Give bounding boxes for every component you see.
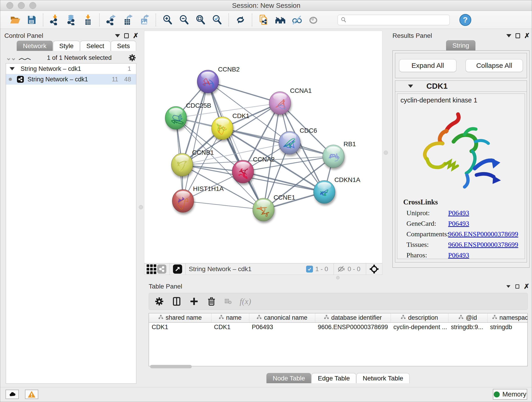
zoom-fit-button[interactable] [194,13,207,26]
network-collection-row[interactable]: String Network – cdk1 1 [6,64,136,74]
search-input[interactable] [347,16,443,23]
tab-select[interactable]: Select [80,41,110,51]
string-home-button[interactable] [274,13,287,26]
close-panel-icon[interactable]: ✗ [133,33,139,38]
network-row[interactable]: String Network – cdk1 11 48 [6,74,136,85]
network-edge[interactable] [183,201,264,210]
table-cell[interactable]: stringdb:9... [448,322,487,332]
gene-section-header[interactable]: CDK1 [395,81,527,92]
float-panel-icon[interactable] [515,284,519,289]
table-cell[interactable]: cyclin-dependent ... [391,322,448,332]
table-cell[interactable]: P06493 [249,322,315,332]
table-cell[interactable]: 9606.ENSP00000378699 [315,322,391,332]
hide-selected-button[interactable] [290,13,303,26]
export-image-button[interactable] [138,13,151,26]
float-panel-icon[interactable] [124,33,129,38]
network-node-CDKN1A[interactable] [314,181,335,204]
collapse-all-networks-icon[interactable]: ⌄⌄ [6,54,15,61]
export-network-button[interactable] [105,13,118,26]
column-header-label[interactable]: canonical name [264,314,307,321]
bottom-splitter-handle[interactable] [336,276,340,279]
network-edge[interactable] [208,82,280,103]
float-panel-icon[interactable] [515,33,520,38]
import-network-from-database-button[interactable] [65,13,78,26]
network-node-CDC25B[interactable] [165,106,187,129]
column-header-label[interactable]: description [408,314,438,321]
zoom-in-button[interactable] [161,13,174,26]
node-table[interactable]: shared namenamecanonical namedatabase id… [149,313,528,366]
column-header-database-identifier[interactable]: database identifier [315,313,391,322]
close-window-icon[interactable] [6,2,13,9]
minimize-window-icon[interactable] [18,2,25,9]
close-panel-icon[interactable]: ✗ [524,33,530,38]
column-header-canonical-name[interactable]: canonical name [249,313,315,322]
table-row[interactable]: CDK1CDK1P064939606.ENSP00000378699cyclin… [149,322,528,332]
export-table-button[interactable] [121,13,134,26]
show-grid-button[interactable] [146,263,157,275]
title-bar[interactable]: Session: New Session [0,0,532,11]
network-node-CCNB1[interactable] [171,153,193,176]
column-header-namespace[interactable]: namespace [487,313,528,322]
expand-all-button[interactable]: Expand All [399,59,456,72]
warnings-button[interactable] [25,390,38,399]
table-cell[interactable]: CDK1 [149,322,211,332]
refresh-layout-button[interactable] [234,13,247,26]
memory-button[interactable]: Memory [493,389,527,400]
column-header-shared-name[interactable]: shared name [149,313,211,322]
network-node-CDC6[interactable] [279,131,300,154]
tab-node-table[interactable]: Node Table [266,373,311,383]
column-header-label[interactable]: name [226,314,242,321]
search-field[interactable] [337,15,450,25]
import-table-button[interactable] [81,13,94,26]
horizontal-scrollbar-thumb[interactable] [150,365,192,368]
expand-all-networks-icon[interactable]: ︿︿ [19,54,31,61]
column-header-name[interactable]: name [211,313,249,322]
left-splitter-handle[interactable] [139,205,143,209]
cloud-status-button[interactable] [6,390,19,399]
panel-menu-icon[interactable] [506,34,511,37]
delete-trash-icon[interactable] [207,297,216,306]
network-node-CCNE1[interactable] [253,198,274,221]
crosslink-link[interactable]: 9606.ENSP00000378699 [448,230,518,238]
tab-network-table[interactable]: Network Table [356,373,409,383]
column-header-description[interactable]: description [391,313,448,322]
table-settings-gear-icon[interactable] [154,297,164,306]
crosslink-link[interactable]: P06493 [448,209,469,217]
network-node-RB1[interactable] [323,145,344,168]
import-network-button[interactable] [48,13,61,26]
save-session-button[interactable] [25,13,38,26]
tab-network[interactable]: Network [17,41,53,51]
gene-expander-icon[interactable] [408,85,413,88]
network-node-CCNB2[interactable] [197,70,219,93]
column-header-@id[interactable]: @id [448,313,487,322]
selected-checkbox-icon[interactable] [306,266,313,273]
crosslink-link[interactable]: P06493 [448,220,469,227]
zoom-selected-button[interactable] [210,13,223,26]
tab-style[interactable]: Style [53,41,80,51]
fit-selected-crosshair-icon[interactable] [369,264,379,274]
insert-column-icon[interactable] [172,297,181,306]
network-edge[interactable] [183,82,208,201]
maximize-window-icon[interactable] [29,2,36,9]
open-in-window-button[interactable] [173,264,182,274]
table-cell[interactable]: stringdb [487,322,528,332]
column-header-label[interactable]: namespace [500,314,528,321]
show-all-button[interactable] [307,13,320,26]
column-header-label[interactable]: @id [466,314,477,321]
table-cell[interactable]: CDK1 [211,322,249,332]
network-node-CCNA1[interactable] [269,91,291,114]
crosslink-link[interactable]: P06493 [448,251,469,259]
zoom-out-button[interactable] [177,13,190,26]
network-options-gear-icon[interactable] [128,54,136,62]
crosslink-link[interactable]: 9606.ENSP00000378699 [448,241,518,249]
network-node-HIST1H1A[interactable] [172,190,194,212]
tab-sets[interactable]: Sets [111,41,136,51]
network-node-CDK1[interactable] [211,117,233,140]
collection-expander-icon[interactable] [10,67,15,70]
column-header-label[interactable]: shared name [166,314,202,321]
panel-menu-icon[interactable] [506,285,510,288]
add-row-icon[interactable] [189,297,199,306]
panel-menu-icon[interactable] [115,34,120,37]
right-splitter-handle[interactable] [384,151,388,155]
collapse-all-button[interactable]: Collapse All [466,59,523,72]
